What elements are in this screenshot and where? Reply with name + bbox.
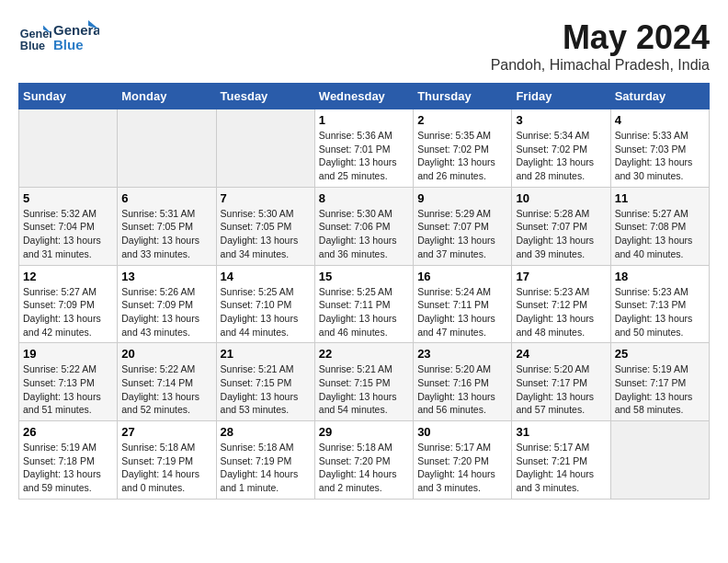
calendar-cell: 23Sunrise: 5:20 AMSunset: 7:16 PMDayligh… bbox=[414, 343, 512, 421]
day-info: Sunrise: 5:23 AMSunset: 7:13 PMDaylight:… bbox=[615, 285, 705, 339]
calendar-cell: 12Sunrise: 5:27 AMSunset: 7:09 PMDayligh… bbox=[19, 265, 118, 343]
day-number: 1 bbox=[319, 113, 409, 127]
day-info: Sunrise: 5:35 AMSunset: 7:02 PMDaylight:… bbox=[417, 129, 507, 183]
day-number: 29 bbox=[319, 425, 409, 439]
day-number: 8 bbox=[319, 191, 409, 205]
day-info: Sunrise: 5:21 AMSunset: 7:15 PMDaylight:… bbox=[221, 362, 311, 417]
weekday-header: Friday bbox=[512, 84, 610, 109]
day-number: 14 bbox=[221, 270, 311, 283]
weekday-header: Monday bbox=[118, 84, 216, 109]
day-number: 5 bbox=[23, 191, 113, 205]
day-info: Sunrise: 5:22 AMSunset: 7:14 PMDaylight:… bbox=[121, 362, 211, 417]
day-info: Sunrise: 5:25 AMSunset: 7:11 PMDaylight:… bbox=[319, 285, 409, 339]
day-info: Sunrise: 5:29 AMSunset: 7:07 PMDaylight:… bbox=[417, 207, 507, 261]
calendar-cell: 8Sunrise: 5:30 AMSunset: 7:06 PMDaylight… bbox=[314, 187, 413, 265]
day-number: 4 bbox=[615, 113, 705, 127]
calendar-cell: 16Sunrise: 5:24 AMSunset: 7:11 PMDayligh… bbox=[414, 265, 512, 343]
day-number: 20 bbox=[121, 347, 211, 361]
calendar-cell: 5Sunrise: 5:32 AMSunset: 7:04 PMDaylight… bbox=[19, 187, 118, 265]
calendar-cell: 22Sunrise: 5:21 AMSunset: 7:15 PMDayligh… bbox=[314, 343, 413, 421]
calendar-table: SundayMondayTuesdayWednesdayThursdayFrid… bbox=[18, 83, 710, 500]
calendar-cell: 17Sunrise: 5:23 AMSunset: 7:12 PMDayligh… bbox=[512, 265, 610, 343]
day-number: 16 bbox=[417, 270, 507, 283]
day-number: 23 bbox=[417, 347, 507, 361]
calendar-cell: 19Sunrise: 5:22 AMSunset: 7:13 PMDayligh… bbox=[19, 343, 118, 421]
calendar-cell: 21Sunrise: 5:21 AMSunset: 7:15 PMDayligh… bbox=[216, 343, 314, 421]
day-info: Sunrise: 5:18 AMSunset: 7:19 PMDaylight:… bbox=[121, 441, 211, 495]
calendar-cell: 30Sunrise: 5:17 AMSunset: 7:20 PMDayligh… bbox=[414, 421, 512, 500]
day-number: 28 bbox=[221, 425, 311, 439]
day-number: 27 bbox=[121, 425, 211, 439]
calendar-week-row: 19Sunrise: 5:22 AMSunset: 7:13 PMDayligh… bbox=[19, 343, 710, 421]
day-info: Sunrise: 5:30 AMSunset: 7:05 PMDaylight:… bbox=[221, 207, 311, 261]
day-info: Sunrise: 5:17 AMSunset: 7:20 PMDaylight:… bbox=[417, 441, 507, 495]
calendar-week-row: 5Sunrise: 5:32 AMSunset: 7:04 PMDaylight… bbox=[19, 187, 710, 265]
calendar-cell: 28Sunrise: 5:18 AMSunset: 7:19 PMDayligh… bbox=[216, 421, 314, 500]
day-number: 15 bbox=[319, 270, 409, 283]
day-number: 25 bbox=[615, 347, 705, 361]
day-info: Sunrise: 5:36 AMSunset: 7:01 PMDaylight:… bbox=[319, 129, 409, 183]
day-number: 30 bbox=[417, 425, 507, 439]
calendar-cell: 10Sunrise: 5:28 AMSunset: 7:07 PMDayligh… bbox=[512, 187, 610, 265]
day-info: Sunrise: 5:30 AMSunset: 7:06 PMDaylight:… bbox=[319, 207, 409, 261]
day-number: 18 bbox=[615, 270, 705, 283]
day-number: 12 bbox=[23, 270, 113, 283]
day-info: Sunrise: 5:20 AMSunset: 7:17 PMDaylight:… bbox=[516, 362, 606, 417]
day-info: Sunrise: 5:19 AMSunset: 7:18 PMDaylight:… bbox=[23, 441, 113, 495]
calendar-week-row: 1Sunrise: 5:36 AMSunset: 7:01 PMDaylight… bbox=[19, 109, 710, 188]
day-info: Sunrise: 5:27 AMSunset: 7:09 PMDaylight:… bbox=[23, 285, 113, 339]
day-info: Sunrise: 5:23 AMSunset: 7:12 PMDaylight:… bbox=[516, 285, 606, 339]
day-info: Sunrise: 5:17 AMSunset: 7:21 PMDaylight:… bbox=[516, 441, 606, 495]
day-number: 6 bbox=[121, 191, 211, 205]
day-number: 2 bbox=[417, 113, 507, 127]
day-info: Sunrise: 5:18 AMSunset: 7:19 PMDaylight:… bbox=[221, 441, 311, 495]
day-info: Sunrise: 5:34 AMSunset: 7:02 PMDaylight:… bbox=[516, 129, 606, 183]
day-number: 31 bbox=[516, 425, 606, 439]
day-info: Sunrise: 5:28 AMSunset: 7:07 PMDaylight:… bbox=[516, 207, 606, 261]
day-number: 22 bbox=[319, 347, 409, 361]
day-number: 26 bbox=[23, 425, 113, 439]
svg-text:Blue: Blue bbox=[20, 40, 45, 52]
day-info: Sunrise: 5:32 AMSunset: 7:04 PMDaylight:… bbox=[23, 207, 113, 261]
title-area: May 2024 Pandoh, Himachal Pradesh, India bbox=[491, 18, 710, 74]
weekday-header: Thursday bbox=[414, 84, 512, 109]
calendar-week-row: 12Sunrise: 5:27 AMSunset: 7:09 PMDayligh… bbox=[19, 265, 710, 343]
calendar-cell: 2Sunrise: 5:35 AMSunset: 7:02 PMDaylight… bbox=[414, 109, 512, 188]
day-info: Sunrise: 5:27 AMSunset: 7:08 PMDaylight:… bbox=[615, 207, 705, 261]
calendar-cell: 9Sunrise: 5:29 AMSunset: 7:07 PMDaylight… bbox=[414, 187, 512, 265]
weekday-header-row: SundayMondayTuesdayWednesdayThursdayFrid… bbox=[19, 84, 710, 109]
calendar-cell bbox=[19, 109, 118, 188]
day-info: Sunrise: 5:31 AMSunset: 7:05 PMDaylight:… bbox=[121, 207, 211, 261]
page-header: General Blue General Blue May 2024 Pando… bbox=[18, 18, 710, 74]
calendar-cell: 26Sunrise: 5:19 AMSunset: 7:18 PMDayligh… bbox=[19, 421, 118, 500]
svg-text:Blue: Blue bbox=[53, 37, 84, 52]
logo: General Blue General Blue bbox=[18, 18, 99, 57]
day-number: 11 bbox=[615, 191, 705, 205]
calendar-cell: 25Sunrise: 5:19 AMSunset: 7:17 PMDayligh… bbox=[610, 343, 709, 421]
calendar-cell: 3Sunrise: 5:34 AMSunset: 7:02 PMDaylight… bbox=[512, 109, 610, 188]
calendar-cell bbox=[610, 421, 709, 500]
weekday-header: Saturday bbox=[610, 84, 709, 109]
day-number: 13 bbox=[121, 270, 211, 283]
day-number: 21 bbox=[221, 347, 311, 361]
calendar-cell: 1Sunrise: 5:36 AMSunset: 7:01 PMDaylight… bbox=[314, 109, 413, 188]
calendar-cell: 29Sunrise: 5:18 AMSunset: 7:20 PMDayligh… bbox=[314, 421, 413, 500]
calendar-cell: 27Sunrise: 5:18 AMSunset: 7:19 PMDayligh… bbox=[118, 421, 216, 500]
day-number: 17 bbox=[516, 270, 606, 283]
page-title: May 2024 bbox=[491, 18, 710, 57]
weekday-header: Tuesday bbox=[216, 84, 314, 109]
day-info: Sunrise: 5:21 AMSunset: 7:15 PMDaylight:… bbox=[319, 362, 409, 417]
day-info: Sunrise: 5:19 AMSunset: 7:17 PMDaylight:… bbox=[615, 362, 705, 417]
weekday-header: Sunday bbox=[19, 84, 118, 109]
calendar-cell: 31Sunrise: 5:17 AMSunset: 7:21 PMDayligh… bbox=[512, 421, 610, 500]
logo-bird-icon: General Blue bbox=[53, 18, 99, 57]
day-info: Sunrise: 5:18 AMSunset: 7:20 PMDaylight:… bbox=[319, 441, 409, 495]
day-number: 24 bbox=[516, 347, 606, 361]
day-info: Sunrise: 5:24 AMSunset: 7:11 PMDaylight:… bbox=[417, 285, 507, 339]
calendar-cell: 24Sunrise: 5:20 AMSunset: 7:17 PMDayligh… bbox=[512, 343, 610, 421]
calendar-cell bbox=[118, 109, 216, 188]
day-info: Sunrise: 5:25 AMSunset: 7:10 PMDaylight:… bbox=[221, 285, 311, 339]
day-number: 19 bbox=[23, 347, 113, 361]
calendar-cell: 13Sunrise: 5:26 AMSunset: 7:09 PMDayligh… bbox=[118, 265, 216, 343]
day-info: Sunrise: 5:33 AMSunset: 7:03 PMDaylight:… bbox=[615, 129, 705, 183]
